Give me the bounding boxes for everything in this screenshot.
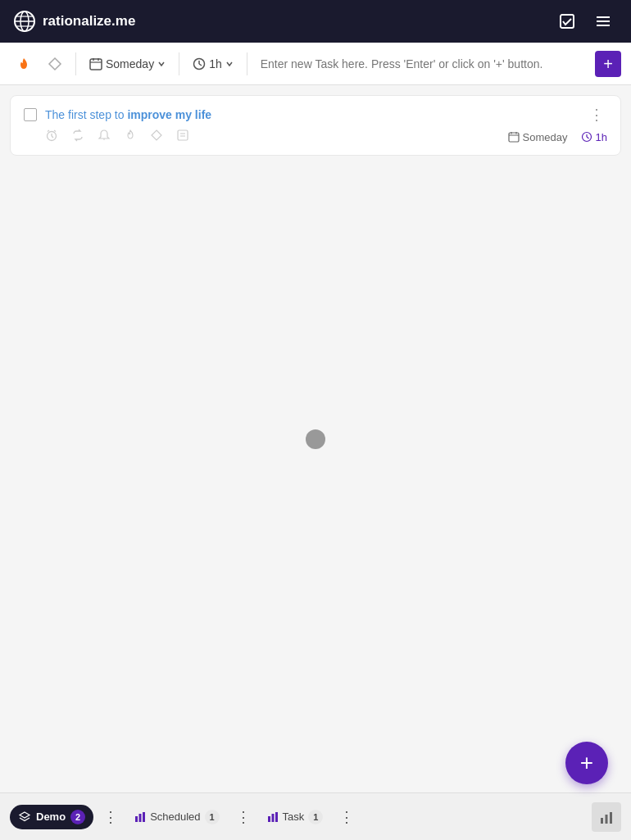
task-schedule-value: Someday xyxy=(523,131,568,143)
svg-rect-42 xyxy=(610,812,612,824)
app-title: rationalize.me xyxy=(43,13,135,30)
brand: rationalize.me xyxy=(13,10,135,33)
checkbox-button[interactable] xyxy=(552,7,582,36)
task-item: The first step to improve my life ⋮ xyxy=(11,96,620,155)
svg-rect-37 xyxy=(268,816,270,822)
svg-marker-23 xyxy=(152,130,161,140)
svg-rect-24 xyxy=(178,130,188,140)
svg-rect-38 xyxy=(271,814,274,822)
schedule-button[interactable]: Someday xyxy=(83,52,172,75)
notes-icon[interactable] xyxy=(176,129,189,145)
svg-line-19 xyxy=(52,136,53,138)
bar-chart-task-icon xyxy=(267,811,279,823)
svg-rect-27 xyxy=(509,133,519,142)
time-label: 1h xyxy=(209,57,222,70)
svg-rect-41 xyxy=(606,815,608,824)
svg-line-20 xyxy=(48,130,49,132)
schedule-label: Someday xyxy=(106,57,154,70)
scheduled-more-button[interactable]: ⋮ xyxy=(233,805,254,829)
workspace-more-button[interactable]: ⋮ xyxy=(100,805,121,829)
svg-rect-35 xyxy=(139,814,142,822)
diamond-button[interactable] xyxy=(41,52,69,76)
clock-tag-icon xyxy=(581,131,592,143)
divider-1 xyxy=(75,52,76,75)
diamond-icon xyxy=(48,57,62,71)
workspace-badge: 2 xyxy=(70,810,85,824)
checkbox-icon xyxy=(559,13,575,30)
svg-marker-9 xyxy=(49,58,61,70)
task-list-button[interactable]: Task 1 xyxy=(261,805,330,829)
workspace-chip[interactable]: Demo 2 xyxy=(10,805,93,829)
navbar: rationalize.me xyxy=(0,0,631,43)
fire-meta-icon[interactable] xyxy=(124,129,137,145)
main-content: The first step to improve my life ⋮ xyxy=(0,85,631,792)
globe-icon xyxy=(13,10,36,33)
new-task-input[interactable] xyxy=(254,57,592,70)
svg-rect-36 xyxy=(143,812,145,822)
navbar-actions xyxy=(552,7,618,36)
svg-line-33 xyxy=(587,137,589,138)
svg-rect-40 xyxy=(601,818,603,824)
bottom-bar: Demo 2 ⋮ Scheduled 1 ⋮ Task 1 ⋮ xyxy=(0,792,631,840)
clock-icon xyxy=(193,57,206,70)
task-list: The first step to improve my life ⋮ xyxy=(10,95,621,156)
time-button[interactable]: 1h xyxy=(186,52,240,75)
diamond-meta-icon[interactable] xyxy=(150,129,163,145)
divider-2 xyxy=(179,52,179,75)
calendar-tag-icon xyxy=(508,131,520,143)
svg-rect-10 xyxy=(90,59,102,70)
task-meta: Someday 1h xyxy=(24,124,607,148)
menu-icon xyxy=(595,13,611,30)
task-label: Task xyxy=(283,810,305,823)
calendar-icon xyxy=(89,57,102,70)
menu-button[interactable] xyxy=(588,7,618,36)
scheduled-badge: 1 xyxy=(205,810,220,824)
stats-button[interactable] xyxy=(592,802,621,832)
bar-chart-scheduled-icon xyxy=(134,811,146,823)
task-more-button[interactable]: ⋮ xyxy=(336,805,357,829)
fire-button[interactable] xyxy=(10,52,38,76)
task-time-tag: 1h xyxy=(581,131,607,143)
task-time-value: 1h xyxy=(596,131,607,143)
alarm-icon[interactable] xyxy=(45,129,58,145)
layers-icon xyxy=(18,810,31,824)
bar-chart-icon xyxy=(599,810,614,824)
scheduled-label: Scheduled xyxy=(150,810,200,823)
workspace-name: Demo xyxy=(36,810,66,823)
task-title[interactable]: The first step to improve my life xyxy=(45,108,211,121)
task-checkbox[interactable] xyxy=(24,108,37,121)
add-task-button[interactable]: + xyxy=(595,51,621,77)
task-more-button[interactable]: ⋮ xyxy=(586,106,607,124)
svg-line-16 xyxy=(199,64,202,66)
toolbar: Someday 1h + xyxy=(0,43,631,85)
task-header-left: The first step to improve my life xyxy=(24,108,211,121)
task-schedule-tag: Someday xyxy=(508,131,568,143)
svg-rect-39 xyxy=(275,812,278,822)
fire-icon xyxy=(16,57,31,71)
chevron-down-icon-2 xyxy=(225,60,234,68)
loading-indicator xyxy=(306,429,325,449)
bell-icon[interactable] xyxy=(98,129,111,145)
scheduled-list-button[interactable]: Scheduled 1 xyxy=(128,805,225,829)
fab-add-button[interactable]: + xyxy=(565,742,608,784)
svg-rect-5 xyxy=(561,15,574,28)
chevron-down-icon xyxy=(157,60,166,68)
task-header: The first step to improve my life ⋮ xyxy=(24,106,607,124)
svg-rect-34 xyxy=(135,816,138,822)
task-badge: 1 xyxy=(308,810,323,824)
svg-line-21 xyxy=(54,130,56,132)
repeat-icon[interactable] xyxy=(71,129,84,145)
divider-3 xyxy=(247,52,247,75)
